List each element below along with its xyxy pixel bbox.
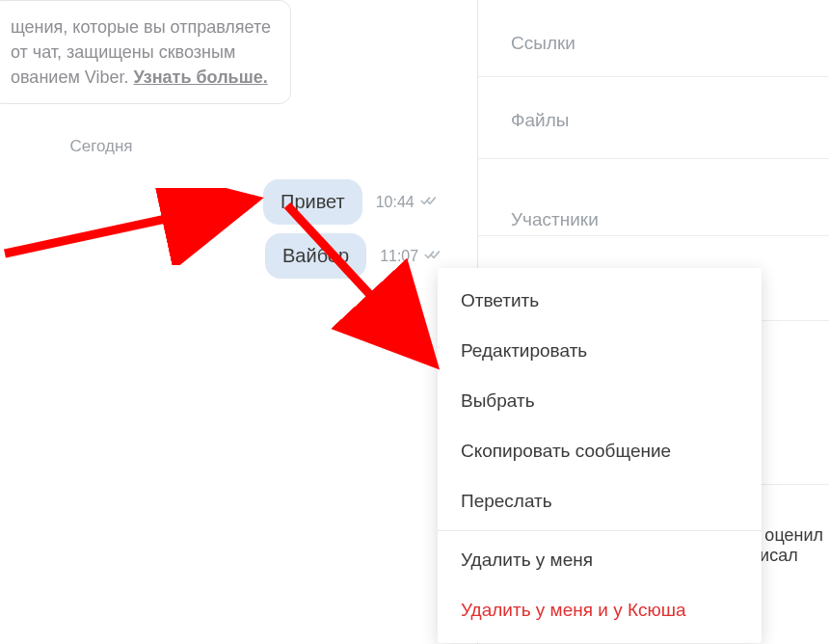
- menu-edit[interactable]: Редактировать: [438, 326, 762, 376]
- message-bubble[interactable]: Привет: [263, 179, 362, 225]
- side-section-links[interactable]: Ссылки: [478, 0, 829, 77]
- encryption-text-3: ованием Viber.: [11, 67, 133, 87]
- message-time: 10:44: [376, 194, 414, 211]
- message-row[interactable]: Вайбер 11:07: [265, 233, 443, 279]
- menu-forward[interactable]: Переслать: [438, 476, 762, 526]
- encryption-text-1: щения, которые вы отправляете: [11, 17, 271, 37]
- side-section-files[interactable]: Файлы: [478, 77, 829, 159]
- menu-separator: [438, 530, 762, 531]
- menu-delete-me[interactable]: Удалить у меня: [438, 535, 762, 585]
- message-bubble[interactable]: Вайбер: [265, 233, 366, 279]
- menu-delete-all[interactable]: Удалить у меня и у Ксюша: [438, 585, 762, 635]
- date-divider: Сегодня: [0, 137, 202, 156]
- menu-select[interactable]: Выбрать: [438, 376, 762, 426]
- message-row[interactable]: Привет 10:44: [263, 179, 440, 225]
- delivered-check-icon: [424, 248, 443, 265]
- side-section-participants[interactable]: Участники: [478, 159, 829, 236]
- delivered-check-icon: [420, 194, 440, 211]
- menu-copy[interactable]: Скопировать сообщение: [438, 426, 762, 476]
- message-meta: 10:44: [376, 194, 440, 211]
- menu-reply[interactable]: Ответить: [438, 276, 762, 326]
- message-time: 11:07: [380, 248, 418, 265]
- message-meta: 11:07: [380, 248, 443, 265]
- chat-area: щения, которые вы отправляете от чат, за…: [0, 0, 472, 644]
- context-menu: Ответить Редактировать Выбрать Скопирова…: [438, 268, 762, 643]
- learn-more-link[interactable]: Узнать больше.: [133, 67, 267, 87]
- encryption-notice: щения, которые вы отправляете от чат, за…: [0, 0, 291, 104]
- encryption-text-2: от чат, защищены сквозным: [11, 42, 235, 62]
